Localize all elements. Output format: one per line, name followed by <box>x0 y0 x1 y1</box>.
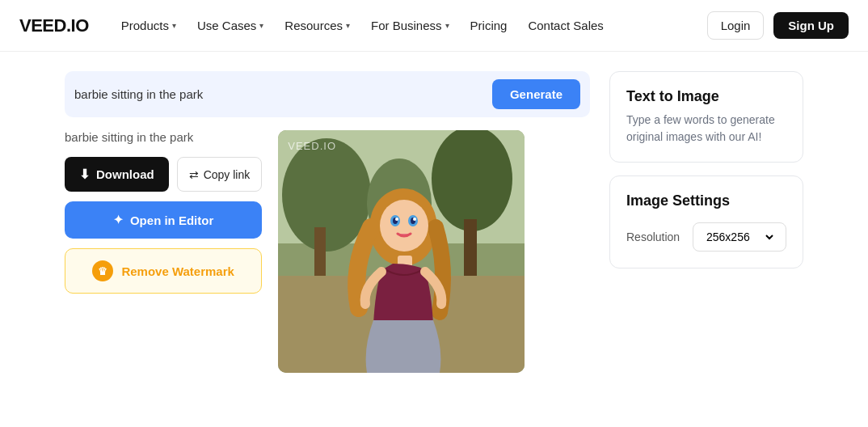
signup-button[interactable]: Sign Up <box>773 12 849 39</box>
prompt-label: barbie sitting in the park <box>65 130 262 144</box>
nav-item-pricing[interactable]: Pricing <box>461 12 517 39</box>
search-bar: Generate <box>65 71 590 117</box>
nav-label-products: Products <box>121 19 169 32</box>
nav-label-use-cases: Use Cases <box>197 19 256 32</box>
svg-point-3 <box>432 130 512 231</box>
right-panel: Text to Image Type a few words to genera… <box>609 71 803 373</box>
image-area: barbie sitting in the park ⬇ Download ⇄ … <box>65 130 590 373</box>
image-watermark: VEED.IO <box>288 140 336 152</box>
resolution-select[interactable]: 256x256 512x512 1024x1024 <box>693 222 786 252</box>
image-settings-card: Image Settings Resolution 256x256 512x51… <box>609 175 803 268</box>
editor-icon: ✦ <box>113 213 124 227</box>
nav-items: Products ▾ Use Cases ▾ Resources ▾ For B… <box>112 12 613 39</box>
controls: barbie sitting in the park ⬇ Download ⇄ … <box>65 130 262 294</box>
nav-label-resources: Resources <box>284 19 343 32</box>
nav-item-products[interactable]: Products ▾ <box>112 12 186 39</box>
main-content: Generate barbie sitting in the park ⬇ Do… <box>0 52 868 392</box>
info-card-title: Text to Image <box>626 88 786 105</box>
generated-image: VEED.IO <box>278 130 525 373</box>
settings-card-title: Image Settings <box>626 192 786 209</box>
nav-item-contact-sales[interactable]: Contact Sales <box>518 12 613 39</box>
nav-item-use-cases[interactable]: Use Cases ▾ <box>188 12 273 39</box>
download-icon: ⬇ <box>79 167 90 182</box>
info-card-description: Type a few words to generate original im… <box>626 112 786 146</box>
svg-point-10 <box>380 200 428 252</box>
svg-point-2 <box>282 138 371 252</box>
remove-watermark-button[interactable]: ♛ Remove Watermark <box>65 248 262 294</box>
nav-item-resources[interactable]: Resources ▾ <box>275 12 360 39</box>
logo[interactable]: VEED.IO <box>19 15 89 36</box>
action-buttons-row: ⬇ Download ⇄ Copy link <box>65 157 262 192</box>
chevron-down-icon: ▾ <box>445 21 449 30</box>
nav-label-pricing: Pricing <box>470 19 508 32</box>
chevron-down-icon: ▾ <box>346 21 350 30</box>
copy-link-button[interactable]: ⇄ Copy link <box>177 157 263 192</box>
chevron-down-icon: ▾ <box>259 21 263 30</box>
login-button[interactable]: Login <box>707 11 765 40</box>
left-panel: Generate barbie sitting in the park ⬇ Do… <box>65 71 590 373</box>
open-in-editor-button[interactable]: ✦ Open in Editor <box>65 201 262 239</box>
download-button[interactable]: ⬇ Download <box>65 157 169 192</box>
share-icon: ⇄ <box>189 168 199 181</box>
resolution-dropdown[interactable]: 256x256 512x512 1024x1024 <box>703 230 776 244</box>
nav-label-contact-sales: Contact Sales <box>528 19 603 32</box>
svg-point-16 <box>413 218 416 221</box>
nav-item-for-business[interactable]: For Business ▾ <box>361 12 459 39</box>
svg-point-15 <box>395 218 398 221</box>
generate-button[interactable]: Generate <box>492 79 580 109</box>
crown-icon: ♛ <box>92 260 113 281</box>
text-to-image-card: Text to Image Type a few words to genera… <box>609 71 803 163</box>
navbar: VEED.IO Products ▾ Use Cases ▾ Resources… <box>0 0 868 52</box>
resolution-label: Resolution <box>626 230 680 243</box>
resolution-row: Resolution 256x256 512x512 1024x1024 <box>626 222 786 252</box>
search-input[interactable] <box>74 87 486 101</box>
nav-label-for-business: For Business <box>371 19 442 32</box>
chevron-down-icon: ▾ <box>172 21 176 30</box>
